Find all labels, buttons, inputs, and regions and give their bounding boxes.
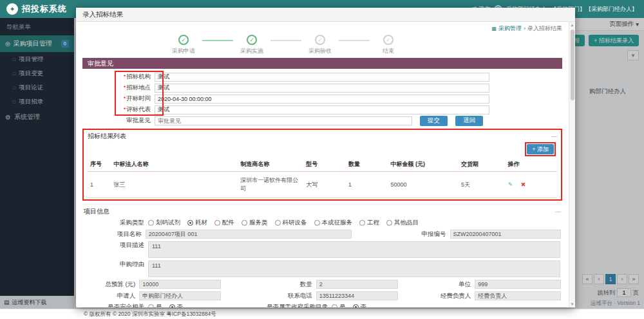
radio-option[interactable]: 科研设备 [275,219,307,227]
project-desc-textarea: 111 [148,241,560,258]
bid-results-section: 招标结果列表 — + 添加 序号 中标法 [82,129,562,201]
budget-row: 总预算 (元) 数量 单位 [84,280,561,289]
section-title-row: 项目信息 — [84,206,561,216]
return-button[interactable]: 退回 [455,116,483,126]
required-mark: * [123,105,126,113]
cell-winner: 张三 [111,172,238,198]
approval-form: *招标机构 *招标地点 *开标时间 *评标代表 审批意见 [82,69,562,126]
bid-results-title: 招标结果列表 [88,132,126,141]
applicant-row: 申请人 联系电话 经费负责人 [84,291,561,300]
field-label: 数量 [265,280,316,289]
col-header: 交货期 [459,158,506,172]
radio-option[interactable]: 耗材 [187,219,207,227]
logo-icon: ✦ [6,3,18,15]
radio-icon [314,220,320,226]
step-label: 采购验收 [308,47,332,55]
breadcrumb-root[interactable]: 采购管理 [498,24,522,33]
radio-option[interactable]: 本成征服务 [314,219,353,227]
step-4: ✓ 结束 [370,35,407,55]
step-label: 采购申请 [172,47,195,55]
approval-section-title: 审批意见 [88,59,113,68]
form-row: *开标时间 [82,93,562,104]
radio-option[interactable]: 其他品目 [386,219,419,227]
form-row: *招标机构 [82,71,562,82]
evaluation-rep-input[interactable] [155,105,489,114]
radio-icon [148,220,154,226]
radio-icon [275,220,281,226]
bidding-agency-input[interactable] [155,73,489,82]
purchase-reason-textarea: 111 [148,260,560,277]
step-label: 结束 [383,47,394,55]
col-header: 操作 [506,158,557,172]
field-label: 项目描述 [84,241,148,250]
purchase-reason-row: 申购理由 111 [84,260,561,277]
copyright-text: © 版权所有 © 2020 深圳市实验室 粤ICP备13032884号 [84,311,216,318]
step-check-icon: ✓ [383,35,393,45]
table-header-row: 序号 中标法人名称 制造商名称 型号 数量 中标金额 (元) 交货期 操作 [88,158,557,172]
field-label: 是否属于政府采购目录 [229,303,332,307]
radio-option[interactable]: 配件 [214,219,234,227]
field-label: 经费负责人 [424,292,475,300]
progress-steps: ✓ 采购申请 ✓ 采购实施 ✓ 采购验收 ✓ 结束 [165,35,562,55]
breadcrumb-icon: ▦ [491,26,497,32]
collapse-icon[interactable]: — [555,208,561,215]
required-mark: * [123,84,126,91]
radio-option[interactable]: 工程 [359,219,379,227]
project-desc-row: 项目描述 111 [84,241,561,258]
cell-seq: 1 [88,172,111,198]
col-header: 中标金额 (元) [388,158,459,172]
radio-option-no[interactable]: 否 [169,303,184,307]
form-row: *招标地点 [82,82,562,93]
radio-option[interactable]: 服务类 [242,219,268,227]
modal-scrollbar[interactable]: ▲ ▼ [569,22,575,307]
radio-option-yes[interactable]: 是 [148,303,162,307]
field-label: 是否安全相关 [84,303,148,307]
scroll-down-icon[interactable]: ▼ [571,301,574,307]
step-check-icon: ✓ [247,35,257,45]
field-label: 总预算 (元) [84,280,139,289]
add-result-button[interactable]: + 添加 [527,144,554,154]
field-label: 申报编号 [393,230,450,239]
table-row: 1 张三 深圳市一诺软件有限公司 大写 1 50000 5天 ✎ ✖ [88,172,557,198]
field-label: 采购类型 [84,219,148,227]
radio-option-yes[interactable]: 是 [332,303,346,307]
edit-icon[interactable]: ✎ [508,181,513,188]
submit-button[interactable]: 提交 [420,116,448,126]
bid-result-modal: 录入招标结果 ▦ 采购管理 › 录入招标结果 ✓ 采购申请 ✓ 采购实施 [76,8,575,307]
radio-icon [359,220,365,226]
phone-input [316,291,398,300]
unit-input [475,280,561,289]
cell-qty: 1 [346,172,388,198]
delete-icon[interactable]: ✖ [521,181,526,188]
purchase-type-row: 采购类型 划码试剂 耗材 配件 服务类 科研设备 本成征服务 工程 其他品目 [84,219,561,227]
breadcrumb-separator: › [524,25,526,32]
radio-option-no[interactable]: 否 [353,303,367,307]
field-label: 单位 [424,280,475,289]
cell-amount: 50000 [388,172,459,198]
step-label: 采购实施 [240,47,263,55]
project-info-title: 项目信息 [84,207,109,216]
radio-icon [214,220,220,226]
field-label: 审批意见 [82,116,155,125]
scroll-up-icon[interactable]: ▲ [571,22,574,28]
field-label: 申购理由 [84,260,148,269]
quantity-input [316,280,398,289]
collapse-icon[interactable]: — [551,133,557,140]
bid-opening-time-input[interactable] [155,95,489,104]
add-row: + 添加 [88,141,557,158]
modal-title: 录入招标结果 [82,10,123,19]
cell-model: 大写 [303,172,346,198]
bidding-location-input[interactable] [155,84,489,93]
fund-manager-input [475,291,561,300]
step-2: ✓ 采购实施 [233,35,270,55]
radio-icon [386,220,392,226]
section-title-row: 招标结果列表 — [88,131,557,141]
modal-body: ▦ 采购管理 › 录入招标结果 ✓ 采购申请 ✓ 采购实施 ✓ [76,22,575,307]
radio-option[interactable]: 划码试剂 [148,219,180,227]
step-connector [270,40,301,41]
step-check-icon: ✓ [315,35,325,45]
budget-input [139,280,221,289]
approval-opinion-input[interactable] [155,116,412,125]
scrollbar-thumb[interactable] [571,30,574,100]
app-logo[interactable]: ✦ 招投标系统 [6,3,67,15]
